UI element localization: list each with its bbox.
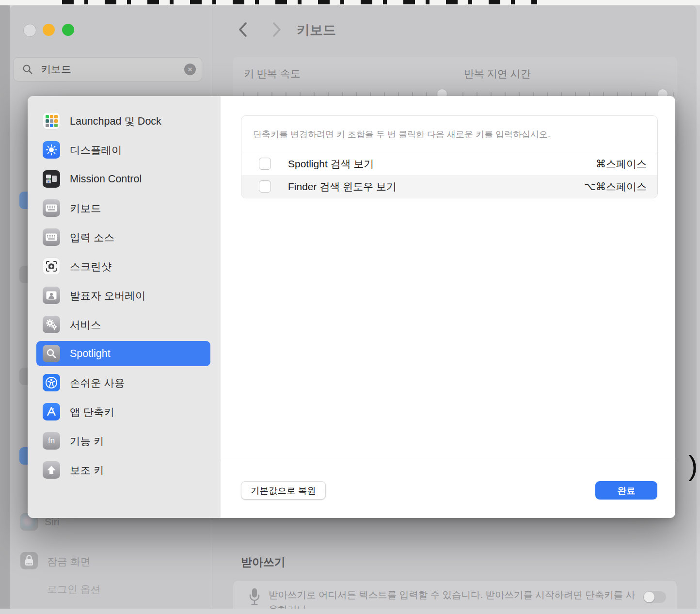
sidebar-item-label: 스크린샷 (70, 259, 111, 274)
sidebar-item-label: 앱 단축키 (70, 405, 114, 419)
sidebar-item-input-sources[interactable]: 입력 소스 (36, 225, 210, 250)
modal-content: 단축키를 변경하려면 키 조합을 두 번 클릭한 다음 새로운 키를 입력하십시… (221, 96, 675, 518)
key-repeat-slider-ticks (243, 92, 441, 96)
lock-icon[interactable] (20, 552, 38, 569)
sidebar-item-accessibility[interactable]: 손쉬운 사용 (36, 370, 210, 395)
mission-control-icon (43, 170, 60, 188)
presenter-overlay-icon (43, 287, 60, 304)
launchpad-icon (43, 112, 60, 129)
display-icon (43, 141, 60, 159)
forward-chevron-icon[interactable] (270, 21, 283, 38)
settings-search-field[interactable]: ✕ (13, 57, 202, 81)
sidebar-item-keyboard[interactable]: 키보드 (36, 195, 210, 221)
sidebar-item-spotlight[interactable]: Spotlight (36, 341, 210, 366)
sidebar-item-label: 입력 소스 (70, 230, 114, 244)
footer-divider (221, 461, 675, 461)
clipped-text-fragments (62, 0, 537, 4)
sidebar-item-presenter-overlay[interactable]: 발표자 오버레이 (36, 283, 210, 308)
spotlight-search-checkbox[interactable] (259, 158, 271, 170)
clipped-background-app-strip (0, 0, 700, 5)
sidebar-item-lock-screen[interactable]: 잠금 화면 (47, 555, 91, 568)
done-button[interactable]: 완료 (595, 481, 657, 500)
sidebar-item-login-options[interactable]: 로그인 옵션 (47, 582, 101, 596)
shortcut-keys[interactable]: ⌥⌘스페이스 (584, 180, 647, 194)
dictation-title: 받아쓰기 (241, 555, 286, 570)
clear-search-icon[interactable]: ✕ (184, 64, 196, 75)
shortcut-row-finder-search[interactable]: Finder 검색 윈도우 보기 ⌥⌘스페이스 (241, 175, 657, 198)
app-shortcuts-icon (43, 403, 60, 420)
sidebar-item-launchpad-dock[interactable]: Launchpad 및 Dock (36, 108, 210, 133)
stray-paren-glyph: ) (688, 449, 698, 482)
key-repeat-label: 키 반복 속도 (244, 67, 301, 81)
shortcut-label: Finder 검색 윈도우 보기 (288, 180, 567, 194)
sidebar-item-mission-control[interactable]: Mission Control (36, 166, 210, 192)
page-title: 키보드 (297, 21, 336, 39)
spotlight-icon (43, 345, 60, 362)
repeat-delay-label: 반복 지연 시간 (464, 67, 531, 81)
desktop-left-sliver (0, 5, 10, 614)
dictation-toggle[interactable] (643, 591, 666, 603)
modal-sidebar: Launchpad 및 Dock 디스플레이 (28, 96, 221, 518)
shortcuts-group: 단축키를 변경하려면 키 조합을 두 번 클릭한 다음 새로운 키를 입력하십시… (241, 115, 658, 198)
sidebar-item-label: 보조 키 (70, 463, 104, 477)
sidebar-item-label: Mission Control (70, 173, 142, 185)
sidebar-item-services[interactable]: 서비스 (36, 312, 210, 337)
search-input[interactable] (40, 63, 177, 76)
sidebar-item-label: 서비스 (70, 318, 101, 332)
function-keys-icon: fn (43, 432, 60, 450)
sidebar-item-label: 키보드 (70, 201, 101, 215)
shortcut-row-spotlight-search[interactable]: Spotlight 검색 보기 ⌘스페이스 (241, 152, 657, 175)
search-icon (22, 64, 33, 75)
sidebar-item-function-keys[interactable]: fn 기능 키 (36, 428, 210, 453)
screenshot-icon (43, 258, 60, 275)
sidebar-item-label: 디스플레이 (70, 143, 122, 157)
minimize-button[interactable] (43, 24, 55, 36)
keyboard-icon (43, 199, 60, 217)
sidebar-item-label: 기능 키 (70, 434, 104, 448)
restore-defaults-button[interactable]: 기본값으로 복원 (241, 481, 326, 500)
shortcut-label: Spotlight 검색 보기 (288, 157, 579, 171)
sidebar-item-label: Spotlight (70, 348, 111, 360)
instruction-text: 단축키를 변경하려면 키 조합을 두 번 클릭한 다음 새로운 키를 입력하십시… (241, 116, 657, 152)
dictation-panel: 받아쓰기로 어디서든 텍스트를 입력할 수 있습니다. 받아쓰기를 시작하려면 … (233, 580, 677, 609)
services-icon (43, 316, 60, 333)
back-chevron-icon[interactable] (237, 21, 249, 38)
zoom-button[interactable] (62, 24, 74, 36)
accessibility-icon (43, 374, 60, 391)
shortcut-keys[interactable]: ⌘스페이스 (596, 157, 647, 171)
sidebar-item-label: 발표자 오버레이 (70, 289, 145, 303)
sidebar-item-app-shortcuts[interactable]: 앱 단축키 (36, 399, 210, 424)
dictation-description: 받아쓰기로 어디서든 텍스트를 입력할 수 있습니다. 받아쓰기를 시작하려면 … (269, 587, 642, 609)
sidebar-item-modifier-keys[interactable]: 보조 키 (36, 457, 210, 483)
repeat-delay-slider-ticks (462, 92, 675, 96)
sidebar-item-display[interactable]: 디스플레이 (36, 137, 210, 162)
microphone-icon (249, 587, 260, 608)
desktop-right-sliver (697, 5, 700, 614)
spotlight-shortcuts-modal: Launchpad 및 Dock 디스플레이 (28, 96, 675, 518)
sidebar-item-label: 손쉬운 사용 (70, 376, 125, 390)
desktop-bottom-strip (0, 609, 700, 614)
sidebar-item-label: Launchpad 및 Dock (70, 114, 161, 128)
modifier-keys-icon (43, 461, 60, 479)
close-button[interactable] (23, 24, 36, 37)
input-sources-icon (43, 228, 60, 246)
finder-search-checkbox[interactable] (259, 180, 271, 193)
sidebar-item-screenshot[interactable]: 스크린샷 (36, 254, 210, 279)
